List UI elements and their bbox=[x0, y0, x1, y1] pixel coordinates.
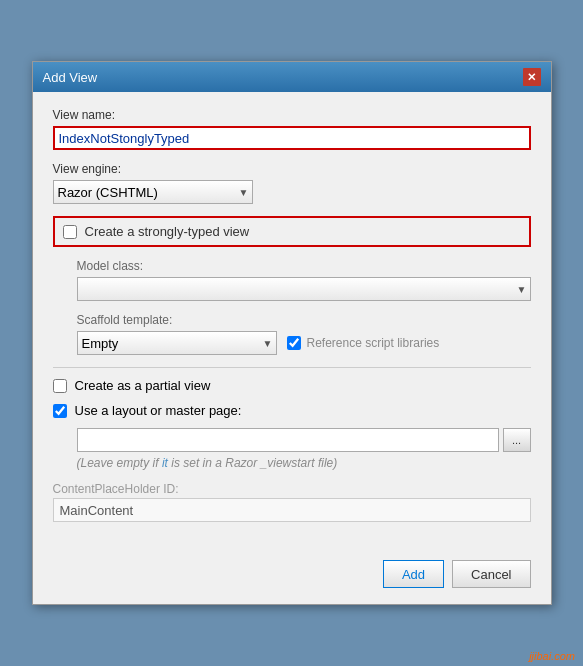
strongly-typed-checkbox[interactable] bbox=[63, 225, 77, 239]
view-engine-group: View engine: Razor (CSHTML) ASPX ▼ bbox=[53, 162, 531, 204]
watermark: jjibai.com bbox=[529, 650, 575, 662]
strongly-typed-label: Create a strongly-typed view bbox=[85, 224, 250, 239]
layout-label: Use a layout or master page: bbox=[75, 403, 242, 418]
ref-libraries-checkbox[interactable] bbox=[287, 336, 301, 350]
view-name-label: View name: bbox=[53, 108, 531, 122]
title-bar: Add View ✕ bbox=[33, 62, 551, 92]
partial-view-label: Create as a partial view bbox=[75, 378, 211, 393]
ref-libraries-label: Reference script libraries bbox=[307, 336, 440, 350]
scaffold-template-label: Scaffold template: bbox=[77, 313, 531, 327]
layout-checkbox[interactable] bbox=[53, 404, 67, 418]
scaffold-template-group: Scaffold template: Empty Create Delete D… bbox=[77, 313, 531, 355]
cancel-button[interactable]: Cancel bbox=[452, 560, 530, 588]
model-class-section: Model class: ▼ Scaffold template: Empty … bbox=[53, 259, 531, 355]
placeholder-group: ContentPlaceHolder ID: bbox=[53, 482, 531, 522]
divider-1 bbox=[53, 367, 531, 368]
ref-libraries-group: Reference script libraries bbox=[287, 336, 440, 350]
add-view-dialog: Add View ✕ View name: View engine: Razor… bbox=[32, 61, 552, 605]
placeholder-input[interactable] bbox=[53, 498, 531, 522]
hint-text-part1: (Leave empty if bbox=[77, 456, 162, 470]
hint-text: (Leave empty if it is set in a Razor _vi… bbox=[77, 456, 531, 470]
add-button[interactable]: Add bbox=[383, 560, 444, 588]
layout-input-row: ... bbox=[77, 428, 531, 452]
placeholder-label: ContentPlaceHolder ID: bbox=[53, 482, 531, 496]
scaffold-row: Empty Create Delete Details Edit List ▼ … bbox=[77, 331, 531, 355]
view-engine-select-wrapper: Razor (CSHTML) ASPX ▼ bbox=[53, 180, 253, 204]
model-class-select-wrapper: ▼ bbox=[77, 277, 531, 301]
scaffold-template-select[interactable]: Empty Create Delete Details Edit List bbox=[77, 331, 277, 355]
layout-path-input[interactable] bbox=[77, 428, 499, 452]
hint-text-rest: is set in a Razor _viewstart file) bbox=[168, 456, 337, 470]
view-name-group: View name: bbox=[53, 108, 531, 150]
view-engine-label: View engine: bbox=[53, 162, 531, 176]
layout-group: Use a layout or master page: bbox=[53, 403, 531, 418]
dialog-title: Add View bbox=[43, 70, 98, 85]
strongly-typed-group: Create a strongly-typed view bbox=[53, 216, 531, 247]
view-engine-select[interactable]: Razor (CSHTML) ASPX bbox=[53, 180, 253, 204]
dialog-content: View name: View engine: Razor (CSHTML) A… bbox=[33, 92, 551, 550]
view-name-input[interactable] bbox=[53, 126, 531, 150]
close-button[interactable]: ✕ bbox=[523, 68, 541, 86]
model-class-label: Model class: bbox=[77, 259, 531, 273]
model-class-select[interactable] bbox=[77, 277, 531, 301]
button-row: Add Cancel bbox=[33, 550, 551, 604]
model-class-group: Model class: ▼ bbox=[77, 259, 531, 301]
scaffold-select-wrapper: Empty Create Delete Details Edit List ▼ bbox=[77, 331, 277, 355]
partial-view-checkbox[interactable] bbox=[53, 379, 67, 393]
browse-button[interactable]: ... bbox=[503, 428, 531, 452]
layout-input-section: ... (Leave empty if it is set in a Razor… bbox=[53, 428, 531, 470]
partial-view-group: Create as a partial view bbox=[53, 378, 531, 393]
